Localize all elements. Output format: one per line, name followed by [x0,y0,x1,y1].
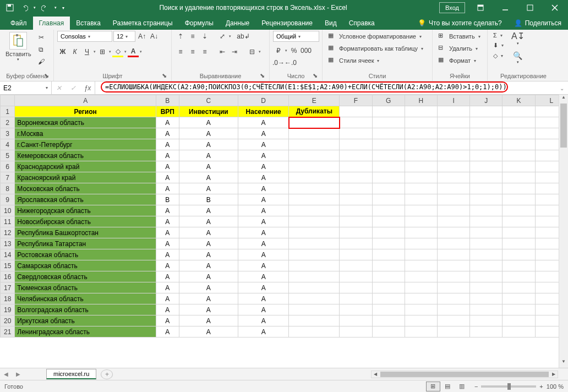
font-name-combo[interactable]: Consolas▾ [57,31,112,42]
cell[interactable] [289,238,340,249]
cell[interactable] [372,227,405,238]
cell[interactable] [503,161,535,172]
share-button[interactable]: 👤Поделиться [507,17,568,30]
cell[interactable] [470,227,503,238]
horizontal-scrollbar[interactable]: ◀ ▶ [371,371,558,378]
merge-icon[interactable]: ⊟ [247,46,258,57]
cell[interactable] [405,326,437,337]
cut-icon[interactable]: ✂ [36,32,47,43]
column-header[interactable]: A [15,95,156,106]
align-middle-icon[interactable]: ≡ [187,31,198,42]
clear-button[interactable]: ◇▾ [491,51,506,61]
cell[interactable] [289,172,340,183]
tab-scroll-right-icon[interactable]: ▶ [12,371,24,377]
cell[interactable] [503,271,535,282]
cell[interactable]: А [156,117,179,128]
cell[interactable]: Ростовская область [15,249,156,260]
cell[interactable] [503,194,535,205]
cell[interactable]: А [179,249,238,260]
cell[interactable]: А [238,282,289,293]
zoom-in-button[interactable]: + [539,383,543,390]
sort-filter-button[interactable]: A↧▾ [511,31,525,46]
cell[interactable]: А [238,293,289,304]
zoom-level[interactable]: 100 % [547,383,564,390]
cell[interactable] [470,293,503,304]
cell[interactable] [289,216,340,227]
cell[interactable]: А [179,117,238,128]
cell[interactable] [289,304,340,315]
row-header[interactable]: 11 [1,216,15,227]
cell[interactable] [438,293,470,304]
row-header[interactable]: 7 [1,172,15,183]
clipboard-dialog-icon[interactable]: ⬊ [42,72,50,80]
cell[interactable] [340,161,372,172]
header-cell[interactable]: Регион [15,106,156,117]
bold-button[interactable]: Ж [57,46,68,57]
cell[interactable] [289,260,340,271]
cell[interactable] [372,205,405,216]
cell[interactable] [372,172,405,183]
cell[interactable]: А [179,315,238,326]
save-icon[interactable] [3,2,17,14]
cell[interactable] [289,150,340,161]
cell[interactable] [405,293,437,304]
cell[interactable] [470,282,503,293]
cell[interactable] [405,128,437,139]
cell[interactable] [503,139,535,150]
cell[interactable]: А [156,183,179,194]
cell[interactable] [438,238,470,249]
alignment-dialog-icon[interactable]: ⬊ [258,72,266,80]
cell[interactable]: Новосибирская область [15,216,156,227]
cell[interactable] [503,150,535,161]
cell[interactable] [438,161,470,172]
cell[interactable] [503,282,535,293]
increase-font-icon[interactable]: A↑ [136,31,148,42]
row-header[interactable]: 12 [1,227,15,238]
column-header[interactable]: B [156,95,179,106]
cell[interactable] [289,326,340,337]
cell[interactable] [470,150,503,161]
cell[interactable] [470,260,503,271]
font-dialog-icon[interactable]: ⬊ [160,72,168,80]
worksheet-grid[interactable]: ABCDEFGHIJKL1РегионВРПИнвестицииНаселени… [0,95,568,368]
cell[interactable] [340,282,372,293]
cell[interactable] [340,150,372,161]
cell[interactable]: А [238,326,289,337]
cell[interactable] [372,128,405,139]
percent-icon[interactable]: % [288,45,299,56]
cell[interactable]: А [238,216,289,227]
cell[interactable] [340,117,372,128]
cell[interactable] [470,326,503,337]
cell[interactable] [438,260,470,271]
tell-me[interactable]: 💡Что вы хотите сделать? [412,17,507,30]
cell[interactable] [503,128,535,139]
cell[interactable] [340,326,372,337]
column-header[interactable]: K [503,95,535,106]
cell[interactable] [405,150,437,161]
cell[interactable] [289,227,340,238]
cell[interactable] [405,260,437,271]
cell[interactable]: Республика Башкортостан [15,227,156,238]
cell[interactable]: А [179,150,238,161]
cell[interactable]: А [179,326,238,337]
tab-page-layout[interactable]: Разметка страницы [107,17,179,30]
cell[interactable] [438,117,470,128]
cell[interactable] [503,117,535,128]
cell[interactable] [372,216,405,227]
expand-formula-bar-icon[interactable] [556,84,568,92]
tab-help[interactable]: Справка [343,17,381,30]
insert-cells-button[interactable]: ⊞Вставить▾ [436,31,483,42]
column-header[interactable]: D [238,95,289,106]
cell[interactable]: А [238,238,289,249]
cell[interactable] [372,326,405,337]
new-sheet-button[interactable]: + [101,369,113,379]
cell[interactable] [470,304,503,315]
cell[interactable] [470,315,503,326]
increase-decimal-icon[interactable]: .0→ [273,57,284,68]
cell[interactable] [405,227,437,238]
cell[interactable]: Самарская область [15,260,156,271]
cell[interactable]: А [156,326,179,337]
cell[interactable] [503,315,535,326]
cell[interactable] [438,282,470,293]
cell[interactable] [405,172,437,183]
